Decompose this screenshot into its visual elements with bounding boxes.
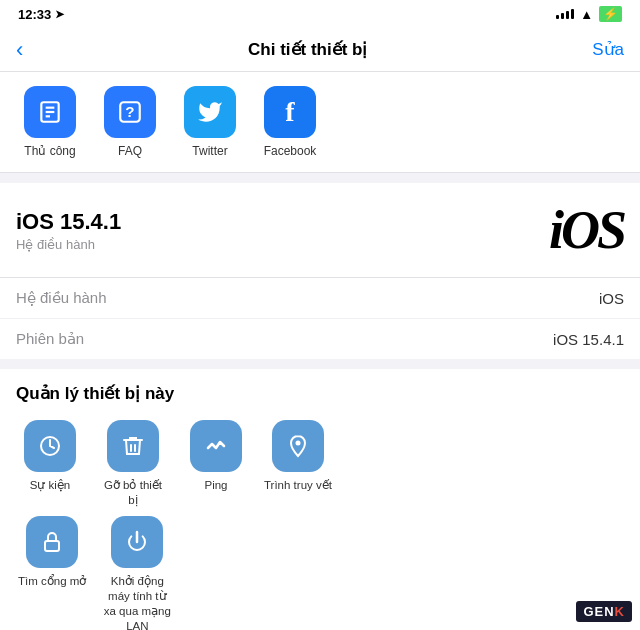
os-value: iOS — [599, 290, 624, 307]
mgmt-khoi-dong[interactable]: Khởi động máy tính từ xa qua mạng LAN — [94, 512, 180, 630]
khoi-dong-icon — [111, 516, 163, 568]
watermark-suffix: K — [615, 604, 625, 619]
go-bo-label: Gỡ bỏ thiết bị — [98, 478, 168, 508]
status-bar-right: ▲ ⚡ — [556, 6, 622, 22]
info-row-version: Phiên bản iOS 15.4.1 — [0, 319, 640, 359]
tim-cong-mo-icon — [26, 516, 78, 568]
time-display: 12:33 — [18, 7, 51, 22]
thu-cong-label: Thủ công — [24, 144, 75, 158]
info-rows: Hệ điều hành iOS Phiên bản iOS 15.4.1 — [0, 277, 640, 359]
action-facebook[interactable]: f Facebook — [250, 86, 330, 158]
action-twitter[interactable]: Twitter — [170, 86, 250, 158]
wifi-icon: ▲ — [580, 7, 593, 22]
ios-subtitle: Hệ điều hành — [16, 237, 121, 252]
content-area: Thủ công ? FAQ Twitter f Facebook iOS 15… — [0, 72, 640, 630]
su-kien-icon — [24, 420, 76, 472]
edit-button[interactable]: Sửa — [592, 39, 624, 60]
management-row-1: Sự kiện Gỡ bỏ thiết bị Ping — [10, 416, 630, 512]
su-kien-label: Sự kiện — [30, 478, 71, 493]
status-bar: 12:33 ➤ ▲ ⚡ — [0, 0, 640, 28]
action-thu-cong[interactable]: Thủ công — [10, 86, 90, 158]
info-row-os: Hệ điều hành iOS — [0, 278, 640, 319]
khoi-dong-label: Khởi động máy tính từ xa qua mạng LAN — [102, 574, 172, 630]
facebook-label: Facebook — [264, 144, 317, 158]
nav-bar: ‹ Chi tiết thiết bị Sửa — [0, 28, 640, 72]
management-title: Quản lý thiết bị này — [10, 383, 630, 416]
thu-cong-icon — [24, 86, 76, 138]
ping-icon — [190, 420, 242, 472]
twitter-icon — [184, 86, 236, 138]
signal-icon — [556, 9, 574, 19]
trinh-truy-vet-label: Trình truy vết — [264, 478, 332, 493]
version-label: Phiên bản — [16, 330, 84, 348]
location-icon: ➤ — [55, 8, 64, 21]
ios-info-block: iOS 15.4.1 Hệ điều hành iOS — [0, 183, 640, 277]
watermark-prefix: GEN — [583, 604, 614, 619]
mgmt-su-kien[interactable]: Sự kiện — [10, 416, 90, 512]
os-label: Hệ điều hành — [16, 289, 107, 307]
svg-rect-8 — [45, 541, 59, 551]
ios-logo: iOS — [549, 199, 624, 261]
facebook-icon: f — [264, 86, 316, 138]
action-faq[interactable]: ? FAQ — [90, 86, 170, 158]
back-chevron-icon: ‹ — [16, 37, 23, 63]
management-row-2: Tìm cổng mở Khởi động máy tính từ xa qua… — [10, 512, 630, 630]
page-title: Chi tiết thiết bị — [248, 39, 367, 60]
svg-point-7 — [295, 441, 300, 446]
faq-icon: ? — [104, 86, 156, 138]
back-button[interactable]: ‹ — [16, 37, 23, 63]
management-grid: Sự kiện Gỡ bỏ thiết bị Ping — [10, 416, 630, 630]
ios-info-left: iOS 15.4.1 Hệ điều hành — [16, 209, 121, 252]
version-value: iOS 15.4.1 — [553, 331, 624, 348]
mgmt-ping[interactable]: Ping — [176, 416, 256, 512]
watermark: GENK — [576, 601, 632, 622]
quick-actions-bar: Thủ công ? FAQ Twitter f Facebook — [0, 72, 640, 173]
mgmt-tim-cong-mo[interactable]: Tìm cổng mở — [10, 512, 94, 630]
svg-text:?: ? — [125, 103, 134, 120]
status-bar-left: 12:33 ➤ — [18, 7, 64, 22]
go-bo-icon — [107, 420, 159, 472]
trinh-truy-vet-icon — [272, 420, 324, 472]
twitter-label: Twitter — [192, 144, 227, 158]
ios-version: iOS 15.4.1 — [16, 209, 121, 235]
ping-label: Ping — [204, 478, 227, 493]
mgmt-go-bo[interactable]: Gỡ bỏ thiết bị — [90, 416, 176, 512]
mgmt-trinh-truy-vet[interactable]: Trình truy vết — [256, 416, 340, 512]
management-section: Quản lý thiết bị này Sự kiện Gỡ bỏ thiết… — [0, 369, 640, 630]
tim-cong-mo-label: Tìm cổng mở — [18, 574, 86, 589]
faq-label: FAQ — [118, 144, 142, 158]
battery-icon: ⚡ — [599, 6, 622, 22]
